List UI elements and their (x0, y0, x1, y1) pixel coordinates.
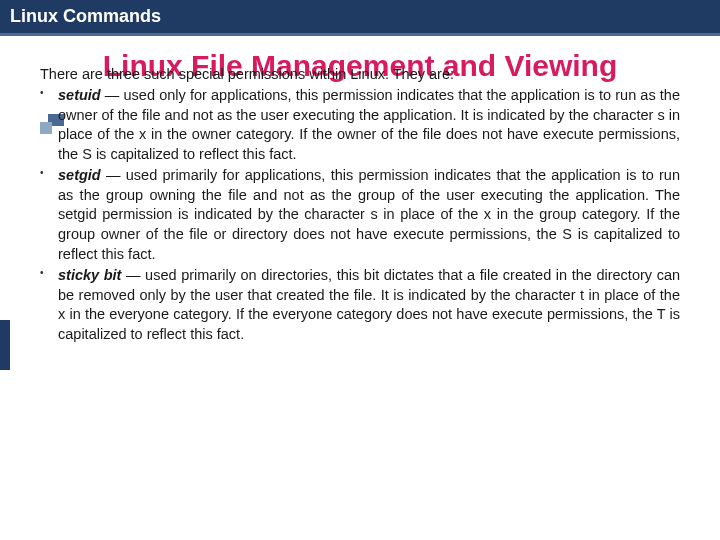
desc-stickybit: — used primarily on directories, this bi… (58, 267, 680, 342)
permissions-list: setuid — used only for applications, thi… (40, 86, 680, 344)
desc-setgid: — used primarily for applications, this … (58, 167, 680, 261)
list-item: setuid — used only for applications, thi… (40, 86, 680, 164)
header-text: Linux Commands (10, 6, 161, 26)
side-tab-decoration (0, 320, 10, 370)
term-stickybit: sticky bit (58, 267, 121, 283)
intro-text: There are three such special permissions… (40, 66, 680, 82)
desc-setuid: — used only for applications, this permi… (58, 87, 680, 162)
term-setgid: setgid (58, 167, 101, 183)
term-setuid: setuid (58, 87, 101, 103)
slide-header: Linux Commands (0, 0, 720, 36)
list-item: setgid — used primarily for applications… (40, 166, 680, 264)
list-item: sticky bit — used primarily on directori… (40, 266, 680, 344)
